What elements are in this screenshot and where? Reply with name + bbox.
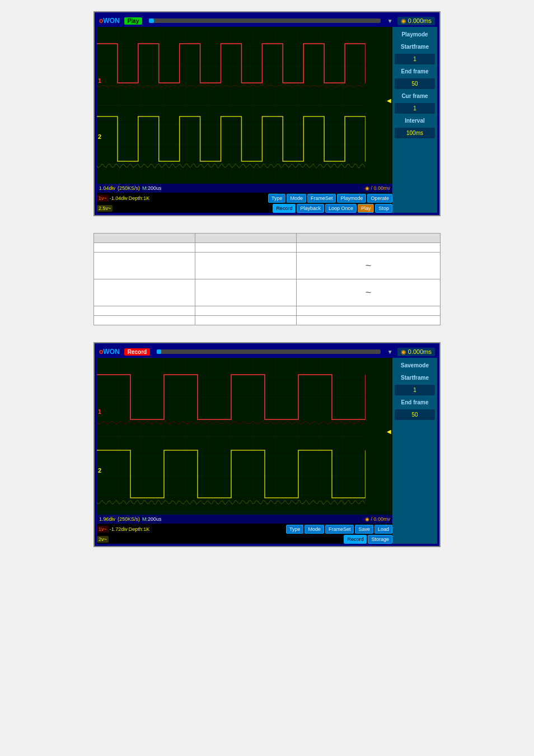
- scope2-body: Rec:1 50 1 2 ◀ 1.96div (250KS/s) M:200: [97, 358, 437, 544]
- table-cell: [195, 279, 296, 306]
- scope1-interval-label: Interval: [395, 115, 435, 126]
- scope2-logo: oWON: [99, 348, 120, 356]
- scope1-ch1-label: 1v~: [97, 195, 109, 202]
- scope1-buttons: Type Mode FrameSet Playmode Operate: [268, 194, 392, 203]
- scope1-cursor-icon: ▼: [387, 18, 393, 24]
- table-col3-header: [296, 234, 440, 243]
- scope1-sidebar: Playmode Startframe 1 End frame 50 Cur f…: [392, 27, 437, 213]
- scope2-endframe-value: 50: [395, 409, 435, 420]
- scope2-sidebar: Savemode Startframe 1 End frame 50: [392, 358, 437, 544]
- table-cell: [296, 243, 440, 253]
- table-cell: [94, 316, 195, 325]
- table-cell: [195, 253, 296, 279]
- scope2-screen: 1 2 ◀: [97, 358, 392, 515]
- scope1-ch2-info: -1.04div: [110, 195, 128, 201]
- scope2-frameset-btn[interactable]: FrameSet: [325, 525, 354, 534]
- table-col2-header: [195, 234, 296, 243]
- scope2-ch2-info: -1.72div: [110, 526, 128, 532]
- table-row: ~: [94, 279, 441, 306]
- scope2-ch1-label: 1v~: [97, 526, 109, 533]
- table-row: [94, 243, 441, 253]
- scope1-interval-value: 100ms: [395, 128, 435, 138]
- trigger-icon: ◀: [387, 97, 391, 104]
- page-container: oWON Play ▼ ◉ 0.000ms II Play: 1 1 2: [11, 11, 523, 547]
- scope1-ch2-label: 2.5v~: [97, 205, 113, 212]
- scope1-type-btn[interactable]: Type: [268, 194, 286, 203]
- scope2-ch2-label: 2v~: [97, 536, 109, 543]
- table-cell: [94, 243, 195, 253]
- comparison-table: ~ ~: [93, 233, 441, 325]
- scope1-main: II Play: 1 1 2 ◀ 1.04div (250K: [97, 27, 392, 213]
- tilde-symbol: ~: [303, 257, 433, 274]
- scope2-header: oWON Record ▼ ◉ 0.000ms: [97, 346, 437, 358]
- scope1-waveform-canvas: [97, 27, 366, 184]
- scope2-endframe-label: End frame: [395, 397, 435, 408]
- scope1-buttons-row2: Record Playback Loop Once Play Stop: [273, 204, 392, 213]
- scope2-savemode-label: Savemode: [395, 360, 435, 371]
- scope1-logo: oWON: [99, 17, 120, 25]
- table-row: [94, 316, 441, 325]
- scope2-ch2-indicator: 2: [98, 467, 101, 474]
- scope2-buttons: Type Mode FrameSet Save Load: [286, 525, 392, 534]
- scope1-startframe-label: Startframe: [395, 41, 435, 52]
- table-cell: [195, 243, 296, 253]
- scope1-play-btn[interactable]: Play: [358, 204, 374, 213]
- scope2-waveform-canvas: [97, 358, 366, 515]
- scope1-footer-row3: 2.5v~ Record Playback Loop Once Play Sto…: [97, 203, 392, 213]
- scope2-load-btn[interactable]: Load: [374, 525, 392, 534]
- scope1-screen: 1 2 ◀: [97, 27, 392, 184]
- scope1-endframe-label: End frame: [395, 66, 435, 77]
- scope1-startframe-value: 1: [395, 54, 435, 64]
- scope1-time: ◉ 0.000ms: [397, 17, 435, 25]
- scope1-record-btn[interactable]: Record: [273, 204, 296, 213]
- scope2-startframe-value: 1: [395, 385, 435, 395]
- scope1-footer-row2: 1v~ -1.04div Depth:1K Type Mode FrameSet…: [97, 193, 392, 203]
- scope2-type-btn[interactable]: Type: [286, 525, 304, 534]
- scope1-stop-btn[interactable]: Stop: [375, 204, 392, 213]
- scope1-timebase: M:200us: [142, 185, 162, 191]
- scope2-footer: 1.96div (250KS/s) M:200us ◉ / 0.00mv: [97, 515, 392, 524]
- scope1-frameset-btn[interactable]: FrameSet: [307, 194, 336, 203]
- scope2-save-btn[interactable]: Save: [355, 525, 373, 534]
- scope1-mode-btn[interactable]: Mode: [287, 194, 306, 203]
- table-header-row: [94, 234, 441, 243]
- scope1-mode-badge: Play: [124, 17, 143, 25]
- tilde-symbol: ~: [303, 284, 433, 301]
- table-col1-header: [94, 234, 195, 243]
- scope2-container: oWON Record ▼ ◉ 0.000ms Rec:1 50 1 2 ◀: [93, 342, 441, 547]
- scope2-trigger-info: ◉ / 0.00mv: [365, 516, 390, 522]
- scope1-ch1-info: 1.04div: [99, 185, 115, 191]
- scope2-time: ◉ 0.000ms: [397, 348, 435, 356]
- table-cell: [195, 306, 296, 316]
- table-row: ~: [94, 253, 441, 279]
- ch2-indicator: 2: [98, 133, 101, 140]
- scope1-trigger-info: ◉ / 0.00mv: [365, 185, 390, 191]
- scope1-playmode-btn[interactable]: Playmode: [337, 194, 366, 203]
- table-section: ~ ~: [93, 233, 441, 325]
- table-cell: ~: [296, 253, 440, 279]
- scope2-startframe-label: Startframe: [395, 372, 435, 383]
- ch1-indicator: 1: [98, 77, 101, 84]
- scope1-container: oWON Play ▼ ◉ 0.000ms II Play: 1 1 2: [93, 11, 441, 216]
- scope1-playmode-label: Playmode: [395, 29, 435, 40]
- table-cell: [94, 279, 195, 306]
- table-cell: [94, 253, 195, 279]
- scope1-footer: 1.04div (250KS/s) M:200us ◉ / 0.00mv: [97, 184, 392, 193]
- scope1-playback-btn[interactable]: Playback: [297, 204, 324, 213]
- scope1-sample-rate: (250KS/s): [118, 185, 140, 191]
- scope2-mode-badge: Record: [124, 348, 150, 356]
- scope1-depth: Depth:1K: [129, 195, 150, 201]
- scope2-depth: Depth:1K: [129, 526, 150, 532]
- scope2-trigger-icon: ◀: [387, 428, 391, 435]
- scope2-sample-rate: (250KS/s): [118, 516, 140, 522]
- scope2-storage-btn[interactable]: Storage: [368, 535, 392, 544]
- scope1-loop-btn[interactable]: Loop Once: [325, 204, 357, 213]
- scope1-operate-btn[interactable]: Operate: [367, 194, 392, 203]
- table-cell: [94, 306, 195, 316]
- scope1-endframe-value: 50: [395, 78, 435, 89]
- scope2-record-btn[interactable]: Record: [344, 535, 367, 544]
- scope1-body: II Play: 1 1 2 ◀ 1.04div (250K: [97, 27, 437, 213]
- scope2-footer-row2: 1v~ -1.72div Depth:1K Type Mode FrameSet…: [97, 524, 392, 534]
- scope2-footer-row3: 2v~ Record Storage: [97, 534, 392, 544]
- scope2-mode-btn[interactable]: Mode: [305, 525, 324, 534]
